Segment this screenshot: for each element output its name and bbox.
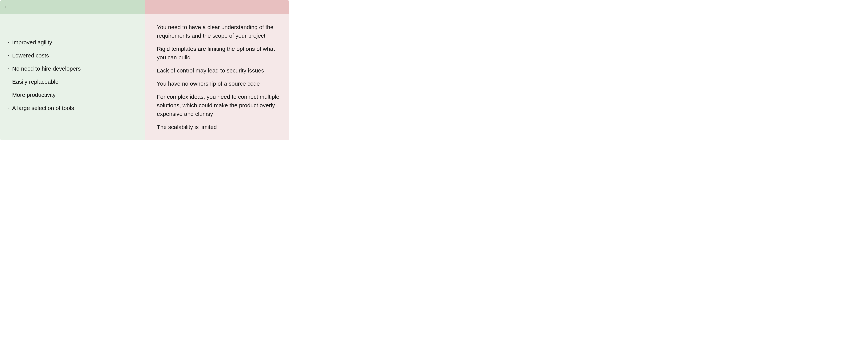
list-item: · Rigid templates are limiting the optio… <box>152 44 283 62</box>
pros-header: + <box>0 0 145 14</box>
list-item: · You need to have a clear understanding… <box>152 23 283 40</box>
item-text: For complex ideas, you need to connect m… <box>157 92 283 118</box>
list-item: · The scalability is limited <box>152 123 283 131</box>
bullet-icon: · <box>152 23 154 31</box>
list-item: · No need to hire developers <box>8 64 138 73</box>
list-item: · For complex ideas, you need to connect… <box>152 92 283 118</box>
cons-list: · You need to have a clear understanding… <box>152 23 283 131</box>
list-item: · Improved agility <box>8 38 138 46</box>
bullet-icon: · <box>8 91 9 98</box>
bullet-icon: · <box>152 45 154 52</box>
item-text: The scalability is limited <box>157 123 217 131</box>
item-text: More productivity <box>12 91 56 99</box>
item-text: You need to have a clear understanding o… <box>157 23 283 40</box>
bullet-icon: · <box>8 38 9 46</box>
item-text: Rigid templates are limiting the options… <box>157 44 283 62</box>
list-item: · A large selection of tools <box>8 104 138 112</box>
item-text: Lowered costs <box>12 51 49 60</box>
cons-body: · You need to have a clear understanding… <box>145 14 289 140</box>
bullet-icon: · <box>8 78 9 85</box>
item-text: Easily replaceable <box>12 77 58 86</box>
comparison-table: + · Improved agility · Lowered costs · N… <box>0 0 289 140</box>
bullet-icon: · <box>152 93 154 100</box>
bullet-icon: · <box>8 52 9 59</box>
list-item: · Lack of control may lead to security i… <box>152 66 283 75</box>
item-text: A large selection of tools <box>12 104 74 112</box>
pros-header-label: + <box>5 4 7 9</box>
pros-body: · Improved agility · Lowered costs · No … <box>0 14 145 140</box>
bullet-icon: · <box>152 67 154 74</box>
pros-list: · Improved agility · Lowered costs · No … <box>8 23 138 112</box>
bullet-icon: · <box>8 65 9 72</box>
cons-header-label: - <box>149 4 151 9</box>
list-item: · Easily replaceable <box>8 77 138 86</box>
list-item: · More productivity <box>8 91 138 99</box>
pros-column: + · Improved agility · Lowered costs · N… <box>0 0 145 140</box>
bullet-icon: · <box>8 104 9 112</box>
bullet-icon: · <box>152 80 154 87</box>
cons-column: - · You need to have a clear understandi… <box>145 0 289 140</box>
item-text: Lack of control may lead to security iss… <box>157 66 264 75</box>
list-item: · Lowered costs <box>8 51 138 60</box>
item-text: Improved agility <box>12 38 52 46</box>
item-text: No need to hire developers <box>12 64 81 73</box>
cons-header: - <box>145 0 289 14</box>
item-text: You have no ownership of a source code <box>157 79 260 88</box>
list-item: · You have no ownership of a source code <box>152 79 283 88</box>
bullet-icon: · <box>152 123 154 130</box>
